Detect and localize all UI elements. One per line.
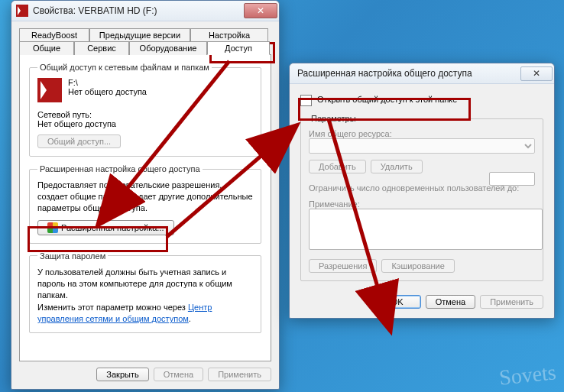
caching-button[interactable]: Кэширование xyxy=(381,259,454,273)
netpath-value: Нет общего доступа xyxy=(37,119,253,128)
open-share-checkbox[interactable] xyxy=(300,95,312,106)
window-title: Свойства: VERBATIM HD (F:) xyxy=(33,5,244,16)
open-share-label: Открыть общий доступ к этой папке xyxy=(317,95,457,104)
tab-tools[interactable]: Сервис xyxy=(74,41,129,55)
resource-name-label: Имя общего ресурса: xyxy=(309,129,535,138)
shield-icon xyxy=(47,222,58,233)
group-legend: Расширенная настройка общего доступа xyxy=(37,164,203,173)
titlebar[interactable]: Свойства: VERBATIM HD (F:) ✕ xyxy=(11,1,279,21)
params-group: Параметры Имя общего ресурса: Добавить У… xyxy=(300,114,543,281)
dialog-footer: Закрыть Отмена Применить xyxy=(19,368,271,381)
permissions-button[interactable]: Разрешения xyxy=(309,259,377,273)
tab-panel: Общий доступ к сетевым файлам и папкам F… xyxy=(19,54,271,361)
resource-name-select[interactable] xyxy=(309,138,535,154)
netpath-label: Сетевой путь: xyxy=(37,110,253,119)
titlebar[interactable]: Расширенная настройка общего доступа ✕ xyxy=(290,63,554,84)
advanced-settings-button[interactable]: Расширенная настройка... xyxy=(37,220,174,235)
app-icon xyxy=(16,5,28,17)
network-share-group: Общий доступ к сетевым файлам и папкам F… xyxy=(29,63,261,157)
tab-general[interactable]: Общие xyxy=(19,41,74,55)
add-button[interactable]: Добавить xyxy=(309,160,366,173)
advanced-sharing-window: Расширенная настройка общего доступа ✕ О… xyxy=(289,63,555,319)
note-textarea[interactable] xyxy=(309,209,543,250)
password-protect-group: Защита паролем У пользователей должны бы… xyxy=(29,251,261,334)
group-legend: Защита паролем xyxy=(37,251,108,261)
advanced-share-group: Расширенная настройка общего доступа Пре… xyxy=(29,164,261,244)
ok-button[interactable]: OK xyxy=(374,295,421,309)
group-legend: Общий доступ к сетевым файлам и папкам xyxy=(37,63,212,72)
close-button[interactable]: ✕ xyxy=(520,66,553,81)
apply-button[interactable]: Применить xyxy=(208,368,271,381)
protect-suffix: . xyxy=(189,314,191,323)
watermark: Sovets xyxy=(498,360,558,390)
advanced-settings-label: Расширенная настройка... xyxy=(61,223,164,232)
cancel-button[interactable]: Отмена xyxy=(426,295,475,309)
tab-previous-versions[interactable]: Предыдущие версии xyxy=(89,28,190,41)
tab-row-bottom: Общие Сервис Оборудование Доступ xyxy=(19,40,271,54)
group-legend: Параметры xyxy=(309,114,358,123)
share-status: Нет общего доступа xyxy=(68,87,147,96)
drive-icon xyxy=(37,78,62,102)
tab-sharing[interactable]: Доступ xyxy=(207,41,270,55)
tab-readyboost[interactable]: ReadyBoost xyxy=(19,28,89,41)
tab-row-top: ReadyBoost Предыдущие версии Настройка xyxy=(19,28,271,40)
close-dialog-button[interactable]: Закрыть xyxy=(96,368,148,381)
properties-window: Свойства: VERBATIM HD (F:) ✕ ReadyBoost … xyxy=(11,0,280,390)
advanced-desc: Предоставляет пользовательские разрешени… xyxy=(37,180,253,214)
tab-hardware[interactable]: Оборудование xyxy=(129,41,207,55)
remove-button[interactable]: Удалить xyxy=(371,160,423,173)
share-button[interactable]: Общий доступ... xyxy=(37,134,121,148)
window-title: Расширенная настройка общего доступа xyxy=(297,68,520,79)
tab-customize[interactable]: Настройка xyxy=(190,28,268,41)
limit-spinner[interactable] xyxy=(489,172,535,186)
apply-button[interactable]: Применить xyxy=(480,295,543,309)
drive-path: F:\ xyxy=(68,78,147,87)
cancel-button[interactable]: Отмена xyxy=(154,368,203,381)
note-label: Примечание: xyxy=(309,199,535,209)
dialog-footer: OK Отмена Применить xyxy=(300,295,543,309)
close-button[interactable]: ✕ xyxy=(244,3,277,18)
